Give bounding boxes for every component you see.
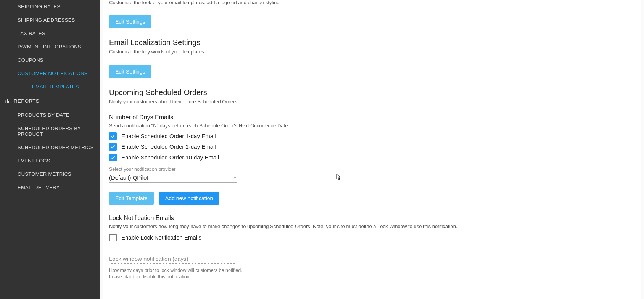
sidebar-item-scheduled-orders-by-product[interactable]: SCHEDULED ORDERS BY PRODUCT: [0, 122, 100, 141]
sidebar-item-payment-integrations[interactable]: PAYMENT INTEGRATIONS: [0, 40, 100, 53]
chevron-down-icon: [233, 174, 237, 181]
number-of-days-desc: Send a notification "N" days before each…: [109, 122, 635, 129]
main-content: Customize the look of your email templat…: [100, 0, 644, 299]
checkbox-checked-icon: [109, 132, 117, 140]
email-localization-title: Email Localization Settings: [109, 38, 635, 47]
notification-provider-select[interactable]: (Default) QPilot: [109, 172, 237, 183]
checkbox-checked-icon: [109, 154, 117, 161]
enable-1-day-email-label: Enable Scheduled Order 1-day Email: [121, 133, 216, 139]
edit-settings-button[interactable]: Edit Settings: [109, 15, 151, 28]
email-template-settings-section: Customize the look of your email templat…: [109, 0, 635, 28]
notification-provider-label: Select your notification provider: [109, 167, 635, 172]
enable-10-day-email-checkbox-row[interactable]: Enable Scheduled Order 10-day Email: [109, 154, 635, 161]
enable-lock-notification-checkbox-row[interactable]: Enable Lock Notification Emails: [109, 234, 635, 241]
enable-lock-notification-label: Enable Lock Notification Emails: [121, 234, 201, 241]
lock-notification-desc: Notify your customers how long they have…: [109, 223, 635, 230]
add-new-notification-button[interactable]: Add new notification: [159, 192, 219, 205]
content-card: Customize the look of your email templat…: [103, 0, 641, 299]
email-template-settings-desc: Customize the look of your email templat…: [109, 0, 635, 6]
lock-notification-title: Lock Notification Emails: [109, 215, 635, 222]
sidebar-item-shipping-rates[interactable]: SHIPPING RATES: [0, 0, 100, 13]
checkbox-unchecked-icon: [109, 234, 117, 241]
lock-window-helper-2: Leave blank to disable this notification…: [109, 274, 635, 281]
sidebar-item-tax-rates[interactable]: TAX RATES: [0, 27, 100, 40]
lock-notification-emails-section: Lock Notification Emails Notify your cus…: [109, 215, 635, 281]
sidebar-item-email-templates[interactable]: EMAIL TEMPLATES: [0, 80, 100, 93]
enable-2-day-email-label: Enable Scheduled Order 2-day Email: [121, 143, 216, 150]
lock-window-helper-1: How many days prior to lock window will …: [109, 267, 635, 274]
email-localization-desc: Customize the key words of your template…: [109, 48, 635, 55]
enable-2-day-email-checkbox-row[interactable]: Enable Scheduled Order 2-day Email: [109, 143, 635, 151]
bar-chart-icon: [4, 98, 11, 104]
checkbox-checked-icon: [109, 143, 117, 151]
sidebar-item-event-logs[interactable]: EVENT LOGS: [0, 154, 100, 167]
sidebar-item-shipping-addresses[interactable]: SHIPPING ADDRESSES: [0, 13, 100, 27]
upcoming-scheduled-orders-title: Upcoming Scheduled Orders: [109, 88, 635, 97]
enable-1-day-email-checkbox-row[interactable]: Enable Scheduled Order 1-day Email: [109, 132, 635, 140]
sidebar-item-customer-notifications[interactable]: CUSTOMER NOTIFICATIONS: [0, 67, 100, 80]
number-of-days-emails-section: Number of Days Emails Send a notificatio…: [109, 114, 635, 205]
enable-10-day-email-label: Enable Scheduled Order 10-day Email: [121, 154, 219, 161]
sidebar-item-email-delivery[interactable]: EMAIL DELIVERY: [0, 181, 100, 194]
sidebar-section-reports[interactable]: REPORTS: [0, 93, 100, 108]
sidebar-item-customer-metrics[interactable]: CUSTOMER METRICS: [0, 167, 100, 181]
edit-template-button[interactable]: Edit Template: [109, 192, 154, 205]
sidebar: SHIPPING RATES SHIPPING ADDRESSES TAX RA…: [0, 0, 100, 299]
notification-provider-value: (Default) QPilot: [109, 174, 148, 181]
upcoming-scheduled-orders-desc: Notify your customers about their future…: [109, 98, 635, 105]
sidebar-item-scheduled-order-metrics[interactable]: SCHEDULED ORDER METRICS: [0, 141, 100, 154]
edit-settings-localization-button[interactable]: Edit Settings: [109, 65, 151, 78]
sidebar-section-label: REPORTS: [14, 98, 39, 104]
number-of-days-title: Number of Days Emails: [109, 114, 635, 121]
sidebar-item-products-by-date[interactable]: PRODUCTS BY DATE: [0, 108, 100, 122]
lock-window-days-input[interactable]: [109, 254, 237, 264]
days-button-row: Edit Template Add new notification: [109, 183, 635, 205]
sidebar-item-coupons[interactable]: COUPONS: [0, 53, 100, 67]
email-localization-section: Email Localization Settings Customize th…: [109, 38, 635, 78]
upcoming-scheduled-orders-section: Upcoming Scheduled Orders Notify your cu…: [109, 88, 635, 105]
